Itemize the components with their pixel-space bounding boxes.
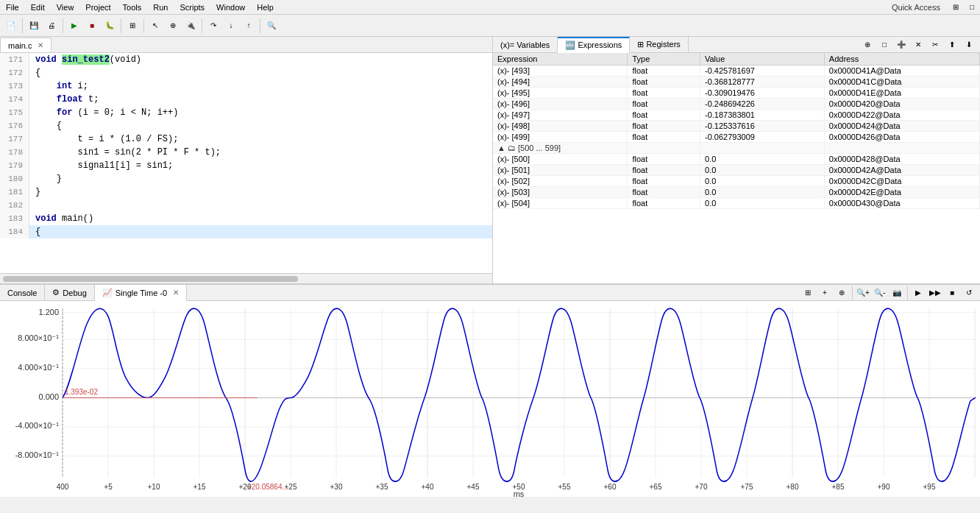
table-row[interactable]: (x)- [498]float-0.1253376160x0000D424@Da… — [493, 121, 980, 132]
tab-console[interactable]: Console — [0, 285, 45, 301]
code-line-174: 174 float t; — [0, 93, 492, 106]
pointer-btn[interactable]: ↖ — [147, 18, 163, 34]
line-content-181: } — [29, 185, 40, 199]
grid-btn[interactable]: ⊞ — [124, 18, 141, 34]
x-label-80: +80 — [787, 482, 799, 490]
menu-help[interactable]: Help — [251, 1, 280, 13]
line-num-175: 175 — [0, 106, 29, 119]
chart-zoom-out[interactable]: 🔍- — [872, 285, 888, 301]
quick-access-label: Quick Access — [892, 3, 948, 12]
build-btn[interactable]: ▶ — [66, 18, 82, 34]
target-btn[interactable]: ⊕ — [165, 18, 181, 34]
search-btn[interactable]: 🔍 — [263, 18, 280, 34]
step-out-btn[interactable]: ↑ — [241, 18, 257, 34]
table-row[interactable]: (x)- [493]float-0.4257816970x0000D41A@Da… — [493, 66, 980, 77]
cell-value: -0.187383801 — [700, 110, 824, 121]
table-row[interactable]: (x)- [497]float-0.1873838010x0000D422@Da… — [493, 110, 980, 121]
line-content-176: { — [29, 119, 62, 132]
table-row[interactable]: (x)- [504]float0.00x0000D430@Data — [493, 198, 980, 209]
debug-btn[interactable]: 🐛 — [102, 18, 118, 34]
step-into-btn[interactable]: ↓ — [223, 18, 239, 34]
save-btn[interactable]: 💾 — [26, 18, 42, 34]
table-row[interactable]: (x)- [495]float-0.3090194760x0000D41E@Da… — [493, 88, 980, 99]
chart-zoom-in[interactable]: 🔍+ — [855, 285, 871, 301]
tab-label: main.c — [8, 41, 32, 50]
sep6 — [260, 18, 260, 33]
chart-tb1[interactable]: ⊞ — [800, 285, 816, 301]
y-label-neg400: -4.000×10⁻¹ — [15, 421, 60, 430]
line-content-175: for (i = 0; i < N; i++) — [29, 106, 178, 119]
line-num-173: 173 — [0, 79, 29, 93]
main-area: main.c ✕ 171 void sin_test2(void) 172 { … — [0, 37, 980, 283]
cell-expr: (x)- [496] — [493, 99, 628, 110]
chart-cam[interactable]: 📷 — [889, 285, 905, 301]
tab-expressions[interactable]: 🔤 Expressions — [558, 37, 630, 53]
cell-value — [700, 143, 824, 154]
table-row[interactable]: (x)- [502]float0.00x0000D42C@Data — [493, 176, 980, 187]
line-num-181: 181 — [0, 185, 29, 199]
table-row[interactable]: (x)- [496]float-0.2486942260x0000D420@Da… — [493, 99, 980, 110]
print-btn[interactable]: 🖨 — [43, 18, 60, 34]
cell-type: float — [628, 66, 700, 77]
sep1 — [22, 18, 23, 33]
cell-value: -0.248694226 — [700, 99, 824, 110]
cell-value: -0.062793009 — [700, 132, 824, 143]
vars-toolbar-btn1[interactable]: ⊕ — [859, 37, 876, 53]
menu-edit[interactable]: Edit — [25, 1, 51, 13]
chart-area: 1.200 8.000×10⁻¹ 4.000×10⁻¹ 0.000 -4.000… — [0, 301, 980, 497]
plug-btn[interactable]: 🔌 — [182, 18, 199, 34]
menu-file[interactable]: File — [0, 1, 25, 13]
table-row[interactable]: (x)- [500]float0.00x0000D428@Data — [493, 154, 980, 165]
x-label-65: +65 — [650, 482, 662, 490]
menu-tools[interactable]: Tools — [117, 1, 148, 13]
cell-expr: (x)- [503] — [493, 187, 628, 198]
chart-run2[interactable]: ▶▶ — [927, 285, 943, 301]
table-row[interactable]: ▲ 🗂 [500 ... 599] — [493, 143, 980, 154]
chart-stop[interactable]: ■ — [944, 285, 960, 301]
close-chart-tab-btn[interactable]: ✕ — [173, 289, 179, 297]
menu-scripts[interactable]: Scripts — [174, 1, 210, 13]
step-over-btn[interactable]: ↷ — [205, 18, 221, 34]
vars-toolbar-btn2[interactable]: □ — [876, 37, 892, 53]
cell-value: 0.0 — [700, 198, 824, 209]
editor-hscroll[interactable] — [0, 273, 492, 283]
new-file-btn[interactable]: 📄 — [3, 18, 19, 34]
vars-toolbar-btn5[interactable]: ✂ — [927, 37, 943, 53]
menu-project[interactable]: Project — [79, 1, 116, 13]
cell-type: float — [628, 99, 700, 110]
x-label-25: +25 — [285, 482, 297, 490]
table-row[interactable]: (x)- [499]float-0.0627930090x0000D426@Da… — [493, 132, 980, 143]
bottom-tabs: Console ⚙ Debug 📈 Single Time -0 ✕ ⊞ + ⊕… — [0, 285, 980, 301]
chart-refresh[interactable]: ↺ — [961, 285, 977, 301]
vars-toolbar-btn6[interactable]: ⬆ — [944, 37, 960, 53]
editor-tab-mainc[interactable]: main.c ✕ — [0, 38, 52, 52]
menu-run[interactable]: Run — [147, 1, 174, 13]
cell-addr: 0x0000D41C@Data — [824, 77, 979, 88]
vars-toolbar-btn3[interactable]: ➕ — [893, 37, 909, 53]
menu-view[interactable]: View — [51, 1, 80, 13]
tab-single-time[interactable]: 📈 Single Time -0 ✕ — [95, 285, 187, 301]
cell-type: float — [628, 187, 700, 198]
expressions-table[interactable]: Expression Type Value Address (x)- [493]… — [493, 53, 980, 283]
menu-window[interactable]: Window — [210, 1, 251, 13]
table-row[interactable]: (x)- [503]float0.00x0000D42E@Data — [493, 187, 980, 198]
tab-debug[interactable]: ⚙ Debug — [45, 285, 94, 301]
editor-panel: main.c ✕ 171 void sin_test2(void) 172 { … — [0, 37, 493, 283]
vars-toolbar-btn4[interactable]: ✕ — [910, 37, 926, 53]
cell-value: -0.125337616 — [700, 121, 824, 132]
table-row[interactable]: (x)- [494]float-0.3681287770x0000D41C@Da… — [493, 77, 980, 88]
chart-tb2[interactable]: + — [817, 285, 833, 301]
close-tab-btn[interactable]: ✕ — [38, 41, 43, 49]
chart-run1[interactable]: ▶ — [910, 285, 926, 301]
toolbar-extra-btn2[interactable]: □ — [964, 0, 980, 15]
tab-variables[interactable]: (x)= Variables — [493, 37, 558, 53]
stop-btn[interactable]: ■ — [84, 18, 100, 34]
chart-tb3[interactable]: ⊕ — [834, 285, 850, 301]
vars-toolbar-btn7[interactable]: ⬇ — [961, 37, 977, 53]
tab-single-time-text: Single Time -0 — [116, 289, 167, 297]
code-editor[interactable]: 171 void sin_test2(void) 172 { 173 int i… — [0, 53, 492, 273]
toolbar-extra-btn1[interactable]: ⊞ — [948, 0, 964, 15]
tab-registers[interactable]: ⊞ Registers — [630, 37, 689, 53]
svg-rect-0 — [0, 301, 980, 497]
table-row[interactable]: (x)- [501]float0.00x0000D42A@Data — [493, 165, 980, 176]
